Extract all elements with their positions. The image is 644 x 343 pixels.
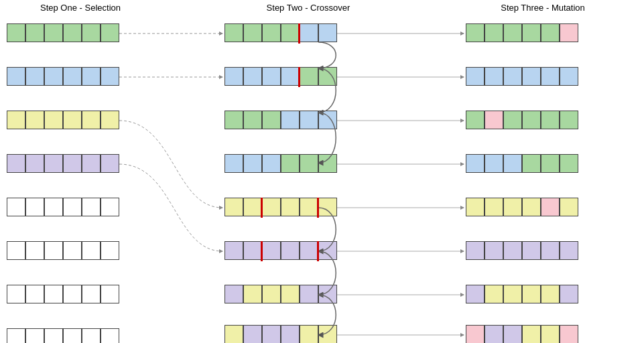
title-step3: Step Three - Mutation	[462, 3, 623, 13]
cross-row8	[224, 325, 337, 343]
gene	[300, 198, 318, 216]
gene	[318, 285, 337, 303]
gene	[281, 325, 300, 343]
gene	[262, 285, 281, 303]
gene	[466, 198, 485, 216]
gene	[25, 154, 44, 173]
gene	[281, 198, 300, 216]
gene	[224, 67, 243, 86]
gene	[541, 198, 560, 216]
gene	[541, 67, 560, 86]
gene	[485, 111, 503, 129]
gene	[560, 111, 578, 129]
sel-row7	[7, 285, 119, 303]
gene	[485, 67, 503, 86]
gene	[101, 328, 119, 343]
gene	[300, 23, 318, 42]
gene	[243, 198, 262, 216]
title-step2: Step Two - Crossover	[221, 3, 395, 13]
cross-row1	[224, 23, 337, 42]
gene	[44, 241, 63, 260]
gene	[82, 198, 101, 216]
gene	[25, 198, 44, 216]
mut-row7	[466, 285, 578, 303]
gene	[560, 241, 578, 260]
gene	[243, 154, 262, 173]
gene	[224, 198, 243, 216]
gene	[63, 285, 82, 303]
gene	[466, 23, 485, 42]
sel-row5	[7, 198, 119, 216]
gene	[318, 154, 337, 173]
gene	[560, 325, 578, 343]
cross-row4	[224, 154, 337, 173]
gene	[243, 241, 262, 260]
gene	[7, 285, 25, 303]
gene	[522, 23, 541, 42]
gene	[560, 154, 578, 173]
gene	[300, 154, 318, 173]
gene	[522, 325, 541, 343]
gene	[318, 67, 337, 86]
gene	[466, 325, 485, 343]
gene	[25, 328, 44, 343]
gene	[224, 111, 243, 129]
gene	[318, 241, 337, 260]
gene	[300, 67, 318, 86]
gene	[243, 67, 262, 86]
gene	[466, 241, 485, 260]
sel-row6	[7, 241, 119, 260]
gene	[82, 111, 101, 129]
gene	[262, 23, 281, 42]
gene	[541, 154, 560, 173]
gene	[281, 23, 300, 42]
gene	[560, 23, 578, 42]
gene	[262, 111, 281, 129]
gene	[300, 111, 318, 129]
sel-row4	[7, 154, 119, 173]
arrow-sel4-cross6	[119, 164, 222, 251]
mut-row3	[466, 111, 578, 129]
gene	[243, 23, 262, 42]
gene	[101, 67, 119, 86]
gene	[224, 325, 243, 343]
gene	[541, 325, 560, 343]
gene	[281, 154, 300, 173]
sel-row2	[7, 67, 119, 86]
gene	[224, 23, 243, 42]
gene	[7, 154, 25, 173]
gene	[7, 241, 25, 260]
gene	[82, 154, 101, 173]
gene	[101, 285, 119, 303]
gene	[503, 23, 522, 42]
sel-row3	[7, 111, 119, 129]
gene	[485, 285, 503, 303]
gene	[44, 198, 63, 216]
gene	[466, 285, 485, 303]
gene	[243, 111, 262, 129]
gene	[485, 154, 503, 173]
gene	[503, 154, 522, 173]
gene	[7, 328, 25, 343]
gene	[101, 198, 119, 216]
diagram: Step One - Selection Step Two - Crossove…	[0, 0, 644, 343]
gene	[44, 111, 63, 129]
gene	[522, 198, 541, 216]
gene	[82, 23, 101, 42]
mut-row2	[466, 67, 578, 86]
gene	[281, 241, 300, 260]
gene	[522, 154, 541, 173]
sel-row1	[7, 23, 119, 42]
gene	[262, 198, 281, 216]
gene	[243, 325, 262, 343]
gene	[63, 241, 82, 260]
gene	[44, 23, 63, 42]
gene	[522, 285, 541, 303]
gene	[224, 285, 243, 303]
gene	[101, 111, 119, 129]
gene	[485, 241, 503, 260]
gene	[262, 154, 281, 173]
gene	[262, 325, 281, 343]
gene	[82, 241, 101, 260]
gene	[7, 67, 25, 86]
